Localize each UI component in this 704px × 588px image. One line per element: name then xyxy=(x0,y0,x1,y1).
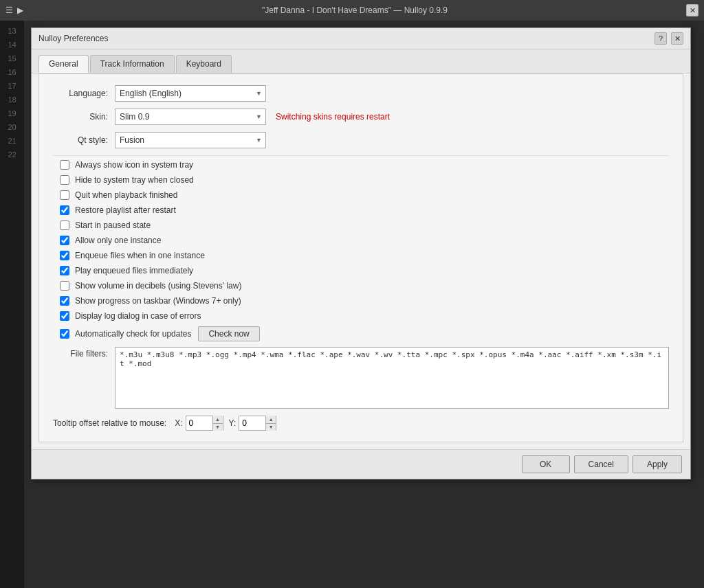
titlebar-controls: ✕ xyxy=(686,4,698,16)
apply-button[interactable]: Apply xyxy=(632,455,682,473)
decibels-label: Show volume in decibels (using Stevens' … xyxy=(75,281,241,291)
checkbox-logdialog: Display log dialog in case of errors xyxy=(53,311,669,321)
dialog-title: Nulloy Preferences xyxy=(38,34,108,43)
preferences-dialog: Nulloy Preferences ? ✕ General Track Inf… xyxy=(31,27,691,479)
tab-keyboard[interactable]: Keyboard xyxy=(176,55,232,73)
playenqueued-label: Play enqueued files immediately xyxy=(75,266,193,275)
tooltip-y-arrows: ▲ ▼ xyxy=(265,416,276,431)
restore-label: Restore playlist after restart xyxy=(75,205,176,215)
tab-track-information[interactable]: Track Information xyxy=(90,55,175,73)
divider-1 xyxy=(53,155,669,156)
playlist-num-13: 13 xyxy=(8,24,16,38)
checkbox-decibels: Show volume in decibels (using Stevens' … xyxy=(53,281,669,291)
restore-checkbox[interactable] xyxy=(60,205,69,215)
checkbox-playenqueued: Play enqueued files immediately xyxy=(53,266,669,275)
cancel-button[interactable]: Cancel xyxy=(574,455,628,473)
playlist-num-14: 14 xyxy=(8,38,16,52)
playlist-sidebar: 13 14 15 16 17 18 19 20 21 22 xyxy=(0,21,24,588)
qt-style-label: Qt style: xyxy=(53,135,108,145)
tooltip-offset-row: Tooltip offset relative to mouse: X: ▲ ▼… xyxy=(53,416,669,431)
playlist-num-21: 21 xyxy=(8,134,16,148)
hidetray-checkbox[interactable] xyxy=(60,175,69,185)
tooltip-offset-label: Tooltip offset relative to mouse: xyxy=(53,418,166,428)
app-icon: ▶ xyxy=(17,5,23,15)
skin-select-wrapper: Slim 0.9 xyxy=(115,109,266,125)
playlist-num-19: 19 xyxy=(8,106,16,120)
checkbox-hidetray: Hide to system tray when closed xyxy=(53,175,669,185)
systray-checkbox[interactable] xyxy=(60,160,69,170)
file-filters-textarea[interactable]: *.m3u *.m3u8 *.mp3 *.ogg *.mp4 *.wma *.f… xyxy=(115,347,669,409)
language-row: Language: English (English) xyxy=(53,85,669,102)
playlist-num-20: 20 xyxy=(8,120,16,134)
file-filters-label: File filters: xyxy=(53,347,108,359)
logdialog-checkbox[interactable] xyxy=(60,311,69,321)
systray-label: Always show icon in system tray xyxy=(75,160,193,170)
paused-label: Start in paused state xyxy=(75,220,151,230)
quitplayback-label: Quit when playback finished xyxy=(75,190,177,200)
dialog-controls: ? ✕ xyxy=(654,32,683,45)
playlist-num-22: 22 xyxy=(8,148,16,161)
tooltip-x-arrows: ▲ ▼ xyxy=(212,416,223,431)
tab-content-general: Language: English (English) Skin: Slim 0… xyxy=(38,74,683,442)
playlist-num-18: 18 xyxy=(8,93,16,106)
qt-style-select[interactable]: Fusion xyxy=(115,132,266,148)
playlist-num-16: 16 xyxy=(8,65,16,79)
tab-bar: General Track Information Keyboard xyxy=(32,49,690,74)
taskbar-checkbox[interactable] xyxy=(60,296,69,306)
logdialog-label: Display log dialog in case of errors xyxy=(75,311,201,321)
checkbox-enqueue: Enqueue files when in one instance xyxy=(53,251,669,260)
checkbox-paused: Start in paused state xyxy=(53,220,669,230)
tooltip-x-spinbox: ▲ ▼ xyxy=(186,416,223,431)
checkbox-quitplayback: Quit when playback finished xyxy=(53,190,669,200)
dialog-help-button[interactable]: ? xyxy=(654,32,667,45)
checkbox-taskbar: Show progress on taskbar (Windows 7+ onl… xyxy=(53,296,669,306)
skin-label: Skin: xyxy=(53,112,108,122)
dialog-close-button[interactable]: ✕ xyxy=(671,32,683,45)
tooltip-x-label: X: xyxy=(175,418,182,428)
file-filters-row: File filters: *.m3u *.m3u8 *.mp3 *.ogg *… xyxy=(53,347,669,409)
language-select[interactable]: English (English) xyxy=(115,85,266,102)
playenqueued-checkbox[interactable] xyxy=(60,266,69,275)
tooltip-x-up[interactable]: ▲ xyxy=(213,416,223,424)
checkbox-systray: Always show icon in system tray xyxy=(53,160,669,170)
tooltip-x-input[interactable] xyxy=(186,416,212,430)
dialog-footer: OK Cancel Apply xyxy=(32,449,690,479)
paused-checkbox[interactable] xyxy=(60,220,69,230)
qt-style-row: Qt style: Fusion xyxy=(53,132,669,148)
window-title: "Jeff Danna - I Don't Have Dreams" — Nul… xyxy=(23,5,686,15)
autoupdate-label: Automatically check for updates xyxy=(75,329,191,339)
oneinstance-label: Allow only one instance xyxy=(75,236,161,245)
hidetray-label: Hide to system tray when closed xyxy=(75,175,194,185)
skin-select[interactable]: Slim 0.9 xyxy=(115,109,266,125)
check-now-button[interactable]: Check now xyxy=(198,326,259,341)
app-menu-icon[interactable]: ☰ xyxy=(6,5,13,15)
checkbox-autoupdate-row: Automatically check for updates Check no… xyxy=(53,326,669,341)
playlist-num-17: 17 xyxy=(8,79,16,93)
tooltip-y-spinbox: ▲ ▼ xyxy=(239,416,276,431)
quitplayback-checkbox[interactable] xyxy=(60,190,69,200)
language-select-wrapper: English (English) xyxy=(115,85,266,102)
ok-button[interactable]: OK xyxy=(522,455,570,473)
taskbar-label: Show progress on taskbar (Windows 7+ onl… xyxy=(75,296,241,306)
title-bar: ☰ ▶ "Jeff Danna - I Don't Have Dreams" —… xyxy=(0,0,704,21)
oneinstance-checkbox[interactable] xyxy=(60,236,69,245)
tab-general[interactable]: General xyxy=(38,55,89,73)
decibels-checkbox[interactable] xyxy=(60,281,69,291)
tooltip-y-input[interactable] xyxy=(239,416,265,430)
tooltip-y-label: Y: xyxy=(229,418,236,428)
tooltip-y-down[interactable]: ▼ xyxy=(266,424,276,431)
enqueue-label: Enqueue files when in one instance xyxy=(75,251,205,260)
qt-style-select-wrapper: Fusion xyxy=(115,132,266,148)
enqueue-checkbox[interactable] xyxy=(60,251,69,260)
dialog-titlebar: Nulloy Preferences ? ✕ xyxy=(32,28,690,49)
window-close-button[interactable]: ✕ xyxy=(686,4,698,16)
title-bar-left: ☰ ▶ xyxy=(6,5,23,15)
tooltip-x-down[interactable]: ▼ xyxy=(213,424,223,431)
skin-row: Skin: Slim 0.9 Switching skins requires … xyxy=(53,109,669,125)
language-label: Language: xyxy=(53,89,108,98)
tooltip-y-up[interactable]: ▲ xyxy=(266,416,276,424)
playlist-num-15: 15 xyxy=(8,52,16,65)
autoupdate-checkbox[interactable] xyxy=(60,329,69,339)
checkbox-restore: Restore playlist after restart xyxy=(53,205,669,215)
dialog-overlay: Nulloy Preferences ? ✕ General Track Inf… xyxy=(24,21,704,588)
